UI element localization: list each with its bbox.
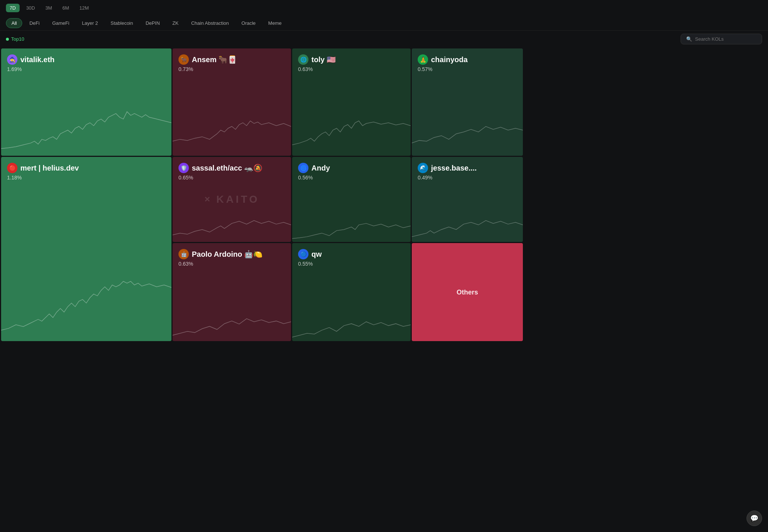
jesse-chart <box>412 195 523 242</box>
others-label: Others <box>457 288 478 296</box>
search-box[interactable]: 🔍 <box>681 34 762 44</box>
filter-zk[interactable]: ZK <box>167 18 184 28</box>
vitalik-avatar: 🧙 <box>7 54 17 65</box>
paolo-chart <box>173 287 291 341</box>
jesse-avatar: 🌊 <box>418 163 428 173</box>
toly-pct: 0.63% <box>298 66 405 72</box>
filter-depin[interactable]: DePIN <box>140 18 165 28</box>
paolo-name: 🤖 Paolo Ardoino 🤖🍋 <box>178 249 285 259</box>
paolo-pct: 0.63% <box>178 261 285 267</box>
top10-label: Top10 <box>6 36 24 42</box>
toly-name: 🌐 toly 🇺🇸 <box>298 54 405 65</box>
filter-meme[interactable]: Meme <box>263 18 287 28</box>
mert-pct: 1.18% <box>7 175 166 181</box>
mert-chart <box>1 240 171 341</box>
card-mert[interactable]: 🔴 mert | helius.dev 1.18% <box>1 157 171 341</box>
ansem-name: 🐂 Ansem 🐂🀄 <box>178 54 285 65</box>
sassal-pct: 0.65% <box>178 175 285 181</box>
ansem-chart <box>173 97 291 156</box>
card-ansem[interactable]: 🐂 Ansem 🐂🀄 0.73% <box>173 48 291 156</box>
sassal-avatar: 🛡️ <box>178 163 189 173</box>
search-icon: 🔍 <box>686 36 692 42</box>
toly-chart <box>292 97 411 156</box>
chainyoda-chart <box>412 97 523 156</box>
chainyoda-pct: 0.57% <box>418 66 517 72</box>
qw-pct: 0.55% <box>298 261 405 267</box>
mert-name: 🔴 mert | helius.dev <box>7 163 166 173</box>
toly-avatar: 🌐 <box>298 54 308 65</box>
card-toly[interactable]: 🌐 toly 🇺🇸 0.63% <box>292 48 411 156</box>
card-sassal[interactable]: 🛡️ sassal.eth/acc 🦡🔕 0.65% ✕ KAITO <box>173 157 291 242</box>
qw-chart <box>292 287 411 341</box>
chat-icon: 💬 <box>750 514 758 522</box>
card-chainyoda[interactable]: 🧘 chainyoda 0.57% <box>412 48 523 156</box>
andy-avatar: 🌀 <box>298 163 308 173</box>
card-jesse[interactable]: 🌊 jesse.base.... 0.49% <box>412 157 523 242</box>
filter-all[interactable]: All <box>6 18 22 28</box>
time-btn-7d[interactable]: 7D <box>6 4 20 12</box>
andy-pct: 0.56% <box>298 175 405 181</box>
card-andy[interactable]: 🌀 Andy 0.56% <box>292 157 411 242</box>
card-qw[interactable]: 🔵 qw 0.55% <box>292 243 411 341</box>
mert-avatar: 🔴 <box>7 163 17 173</box>
filter-stablecoin[interactable]: Stablecoin <box>105 18 139 28</box>
ansem-pct: 0.73% <box>178 66 285 72</box>
chat-button[interactable]: 💬 <box>747 511 762 526</box>
chainyoda-name: 🧘 chainyoda <box>418 54 517 65</box>
filter-layer2[interactable]: Layer 2 <box>76 18 103 28</box>
time-btn-12m[interactable]: 12M <box>76 4 93 12</box>
filter-defi[interactable]: DeFi <box>24 18 45 28</box>
search-input[interactable] <box>695 36 757 42</box>
card-vitalik[interactable]: 🧙 vitalik.eth 1.69% <box>1 48 171 156</box>
sassal-name: 🛡️ sassal.eth/acc 🦡🔕 <box>178 163 285 173</box>
filter-oracle[interactable]: Oracle <box>236 18 261 28</box>
vitalik-chart <box>1 97 171 156</box>
card-paolo[interactable]: 🤖 Paolo Ardoino 🤖🍋 0.63% <box>173 243 291 341</box>
andy-chart <box>292 195 411 242</box>
filter-gamefi[interactable]: GameFi <box>47 18 75 28</box>
time-btn-3m[interactable]: 3M <box>41 4 56 12</box>
time-btn-6m[interactable]: 6M <box>59 4 73 12</box>
jesse-pct: 0.49% <box>418 175 517 181</box>
paolo-avatar: 🤖 <box>178 249 189 259</box>
chainyoda-avatar: 🧘 <box>418 54 428 65</box>
andy-name: 🌀 Andy <box>298 163 405 173</box>
filter-chain-abstraction[interactable]: Chain Abstraction <box>186 18 234 28</box>
sassal-chart <box>173 195 291 242</box>
top-bar: 7D 30D 3M 6M 12M <box>0 0 768 16</box>
qw-name: 🔵 qw <box>298 249 405 259</box>
top10-dot <box>6 38 9 41</box>
jesse-name: 🌊 jesse.base.... <box>418 163 517 173</box>
card-others[interactable]: Others <box>412 243 523 341</box>
top-row: Top10 🔍 <box>0 31 768 47</box>
filter-bar: All DeFi GameFi Layer 2 Stablecoin DePIN… <box>0 16 768 31</box>
vitalik-name: 🧙 vitalik.eth <box>7 54 166 65</box>
vitalik-pct: 1.69% <box>7 66 166 72</box>
qw-avatar: 🔵 <box>298 249 308 259</box>
time-btn-30d[interactable]: 30D <box>23 4 39 12</box>
grid: 🧙 vitalik.eth 1.69% 🐂 Ansem 🐂🀄 0.73% 🌐 t… <box>0 47 768 532</box>
ansem-avatar: 🐂 <box>178 54 189 65</box>
